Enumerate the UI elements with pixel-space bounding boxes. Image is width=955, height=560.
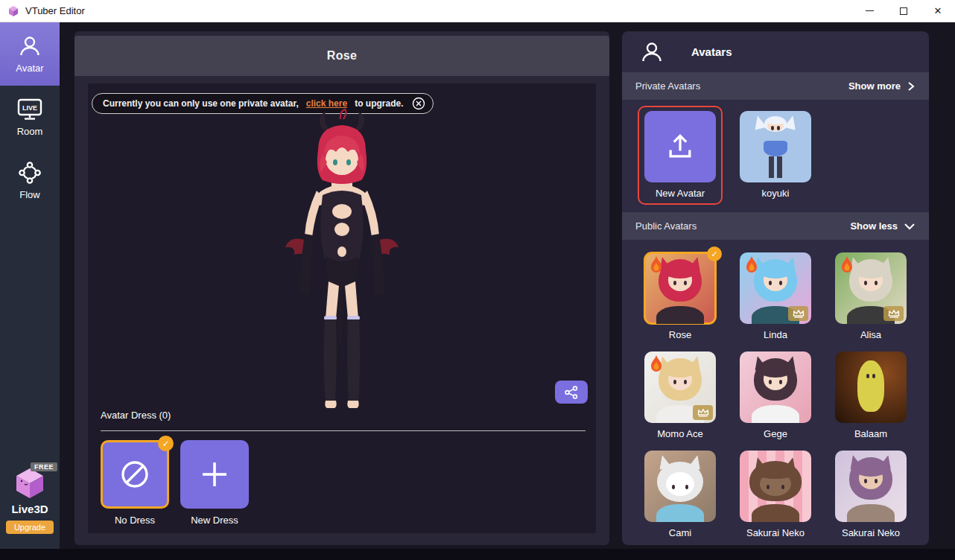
maximize-button[interactable] xyxy=(886,0,921,22)
avatar-card[interactable]: ✓ koyuki xyxy=(733,106,818,205)
hot-flame-icon xyxy=(839,255,855,275)
avatar-name-label: Gege xyxy=(764,428,787,439)
upload-icon xyxy=(664,130,697,163)
avatar-card[interactable]: ✓ Alisa xyxy=(828,247,913,346)
avatar-dress-title: Avatar Dress (0) xyxy=(101,410,171,421)
avatars-panel: Avatars Private Avatars Show more xyxy=(622,31,929,545)
dress-option-new-dress[interactable]: New Dress xyxy=(180,440,249,526)
avatar-name-label: Balaam xyxy=(854,428,887,439)
banner-text-after: to upgrade. xyxy=(355,98,403,109)
public-avatars-label: Public Avatars xyxy=(635,220,697,232)
app-cube-icon xyxy=(7,5,19,17)
avatar-preview-area[interactable]: Currently you can only use one private a… xyxy=(88,83,596,533)
avatar-card[interactable]: ✓ Sakurai Neko xyxy=(733,445,818,544)
minimize-button[interactable] xyxy=(852,0,886,22)
avatar-name-label: koyuki xyxy=(762,188,790,199)
show-more-button[interactable]: Show more xyxy=(848,80,916,92)
avatar-name-label: Sakurai Neko xyxy=(746,527,805,538)
dress-option-no-dress[interactable]: ✓ No Dress xyxy=(101,440,169,526)
avatar-name-label: Alisa xyxy=(860,329,881,340)
close-button[interactable]: ✕ xyxy=(921,0,955,22)
avatar-thumbnail xyxy=(835,351,907,423)
avatar-name-label: Sakurai Neko xyxy=(842,527,900,538)
avatar-name-label: Momo Ace xyxy=(657,428,702,439)
plus-icon xyxy=(198,458,231,491)
vip-crown-icon xyxy=(788,306,808,321)
hot-flame-icon xyxy=(648,354,664,374)
dress-options-row: ✓ No Dress New Dress xyxy=(101,440,249,526)
bottom-edge-strip xyxy=(0,549,955,560)
avatar-name-label: Rose xyxy=(669,329,691,340)
public-avatars-grid: ✓ Rose xyxy=(622,240,929,545)
sidebar-item-label: Room xyxy=(17,126,43,137)
show-less-button[interactable]: Show less xyxy=(850,220,916,232)
sidebar-item-room[interactable]: LIVE Room xyxy=(0,86,60,149)
dress-divider xyxy=(101,430,586,431)
sidebar-item-label: Avatar xyxy=(16,63,43,74)
avatar-thumbnail xyxy=(835,451,907,522)
avatar-card[interactable]: ✓ Sakurai Neko xyxy=(828,445,913,544)
title-bar: VTuber Editor ✕ xyxy=(0,0,955,22)
click-here-link[interactable]: click here xyxy=(306,98,347,109)
sidebar-item-label: Flow xyxy=(19,189,39,200)
live-room-icon: LIVE xyxy=(17,98,42,121)
live3d-promo: FREE Live3D Upgrade xyxy=(0,465,60,534)
avatar-name-title: Rose xyxy=(327,49,357,63)
avatar-name-label: New Avatar xyxy=(656,188,705,199)
person-icon xyxy=(641,41,663,63)
dress-option-label: New Dress xyxy=(191,515,238,526)
private-avatars-label: Private Avatars xyxy=(635,80,700,92)
avatar-editor-panel: Rose Currently you can only use one priv… xyxy=(74,31,609,545)
svg-text:LIVE: LIVE xyxy=(22,104,37,111)
vip-crown-icon xyxy=(883,306,904,321)
avatar-card[interactable]: ✓ Rose xyxy=(638,247,723,346)
private-avatars-grid: ✓ New Avatar xyxy=(622,100,929,212)
avatar-thumbnail xyxy=(740,451,811,522)
selected-check-icon: ✓ xyxy=(707,246,722,261)
avatar-name-label: Linda xyxy=(764,329,787,340)
hot-flame-icon xyxy=(743,255,760,275)
vip-crown-icon xyxy=(693,405,713,420)
avatar-card[interactable]: ✓ Cami xyxy=(638,445,723,544)
avatar-card[interactable]: ✓ Linda xyxy=(733,247,818,346)
avatar-name-header: Rose xyxy=(74,36,609,76)
banner-text: Currently you can only use one private a… xyxy=(103,98,299,109)
avatars-panel-header: Avatars xyxy=(622,31,929,72)
avatar-thumbnail xyxy=(644,111,716,182)
upgrade-button[interactable]: Upgrade xyxy=(6,521,54,534)
avatar-card[interactable]: ✓ New Avatar xyxy=(638,106,723,205)
avatar-thumbnail xyxy=(740,351,811,423)
avatar-name-label: Cami xyxy=(669,527,691,538)
person-icon xyxy=(19,35,41,57)
share-button[interactable] xyxy=(555,381,588,404)
selected-check-icon: ✓ xyxy=(158,436,174,451)
hot-flame-icon xyxy=(648,255,664,275)
sidebar-item-avatar[interactable]: Avatar xyxy=(0,22,60,86)
chevron-right-icon xyxy=(907,81,916,92)
sidebar: Avatar LIVE Room Flow xyxy=(0,22,60,549)
window-title: VTuber Editor xyxy=(25,5,85,16)
free-badge: FREE xyxy=(31,462,57,471)
avatar-card[interactable]: ✓ Gege xyxy=(733,346,818,445)
sidebar-item-flow[interactable]: Flow xyxy=(0,149,60,212)
avatar-3d-model[interactable] xyxy=(260,109,424,421)
private-avatars-section-header: Private Avatars Show more xyxy=(622,72,929,100)
avatar-card[interactable]: ✓ Momo Ace xyxy=(638,346,723,445)
avatar-thumbnail xyxy=(644,451,716,522)
public-avatars-section-header: Public Avatars Show less xyxy=(622,212,929,240)
avatars-panel-title: Avatars xyxy=(691,45,732,58)
no-dress-icon xyxy=(118,458,151,491)
live3d-label: Live3D xyxy=(11,503,48,515)
chevron-down-icon xyxy=(904,222,916,231)
avatar-card[interactable]: ✓ Balaam xyxy=(828,346,913,445)
dress-option-label: No Dress xyxy=(115,515,155,526)
avatar-thumbnail xyxy=(740,111,811,182)
flow-icon xyxy=(19,162,41,184)
